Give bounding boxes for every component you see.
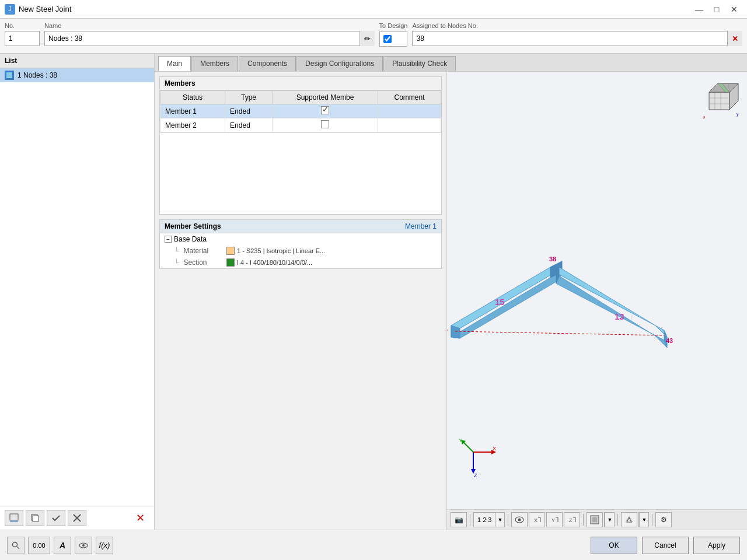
view-3d-button[interactable] [621,512,637,527]
view-zaxis-button[interactable]: Z [564,512,580,527]
assigned-clear-button[interactable]: ✕ [727,31,742,46]
member-comment-1 [378,104,441,118]
member-supported-1[interactable] [272,104,378,118]
svg-point-64 [82,544,85,547]
list-delete-button[interactable]: ✕ [131,510,149,526]
field-assigned: Assigned to Nodes No. ✕ [412,22,742,50]
table-row[interactable]: Member 1 Ended [160,104,441,118]
svg-text:Y: Y [459,438,462,443]
section-color-swatch [226,258,235,267]
field-no: No. [5,22,40,50]
section-value: I 4 - I 400/180/10/14/0/0/... [226,258,437,267]
svg-rect-1 [10,520,18,522]
bottom-right-actions: OK Cancel Apply [591,537,740,554]
col-header-type: Type [225,91,273,104]
tree-child-material: └ Material 1 - S235 | Isotropic | Linear… [160,245,441,257]
nav-cube[interactable]: x y [700,78,741,118]
view-xaxis-button[interactable]: X [529,512,545,527]
list-header: List [0,54,154,68]
name-edit-button[interactable]: ✏ [359,31,375,46]
title-bar-controls: — □ ✕ [691,3,742,16]
svg-text:y: y [736,112,739,117]
name-label: Name [44,22,375,29]
basedata-label: Base Data [174,235,207,243]
table-row[interactable]: Member 2 Ended [160,118,441,132]
tab-members[interactable]: Members [191,56,238,71]
cancel-button[interactable]: Cancel [642,537,689,554]
tool-text-button[interactable]: A [54,537,71,554]
view-separator-5 [652,514,652,526]
member-name-2: Member 2 [160,118,225,132]
view-panel: x y [446,72,747,530]
svg-text:37: 37 [447,328,448,335]
list-panel: List 1 Nodes : 38 [0,54,155,530]
maximize-button[interactable]: □ [708,3,725,16]
svg-marker-19 [451,272,562,338]
view-separator-3 [583,514,584,526]
minimize-button[interactable]: — [691,3,707,16]
tab-content: Members Status Type Supported Membe Comm… [155,72,747,530]
tool-search-button[interactable] [7,537,25,554]
tab-design-configurations[interactable]: Design Configurations [296,56,383,71]
header-row: No. Name ✏ To Design Assigned to Nodes N… [0,19,747,54]
tool-view-button[interactable] [75,537,92,554]
todesign-checkbox[interactable] [383,35,392,43]
assigned-input[interactable] [412,31,742,46]
tab-main[interactable]: Main [158,56,191,71]
numbers-dropdown-arrow[interactable]: ▼ [495,512,504,527]
no-input[interactable] [5,31,40,46]
svg-marker-26 [556,276,667,348]
render-dropdown-arrow[interactable]: ▼ [605,512,614,527]
member-type-2: Ended [225,118,273,132]
svg-text:X: X [534,517,537,523]
list-uncheck-button[interactable] [68,510,86,526]
close-button[interactable]: ✕ [726,3,742,16]
tab-plausibility-check[interactable]: Plausibility Check [383,56,456,71]
work-panel: Main Members Components Design Configura… [155,54,747,530]
bottom-left-tools: 0.00 A f(x) [7,537,113,554]
list-copy-button[interactable] [26,510,44,526]
3d-dropdown-arrow[interactable]: ▼ [639,512,648,527]
list-item-icon-inner [6,72,13,79]
ok-button[interactable]: OK [591,537,637,554]
view-render-button[interactable] [587,512,603,527]
todesign-label: To Design [379,22,408,29]
apply-button[interactable]: Apply [693,537,740,554]
title-bar: J New Steel Joint — □ ✕ [0,0,747,19]
view-yaxis-button[interactable]: Y [546,512,563,527]
view-eye-button[interactable] [511,512,528,527]
content-area: List 1 Nodes : 38 [0,54,747,530]
name-input[interactable] [44,31,375,46]
list-item[interactable]: 1 Nodes : 38 [0,68,154,82]
view-screenshot-button[interactable]: 📷 [451,512,467,527]
list-item-label: 1 Nodes : 38 [18,71,57,79]
svg-line-31 [455,331,664,335]
main-left-panel: Members Status Type Supported Membe Comm… [155,72,446,530]
svg-text:15: 15 [495,297,505,307]
view-numbers-dropdown[interactable]: 1 2 3 ▼ [473,512,505,527]
members-section-title: Members [160,77,441,90]
list-add-button[interactable] [5,510,23,526]
list-check-button[interactable] [47,510,65,526]
view-separator-1 [470,514,470,526]
view-separator-4 [617,514,618,526]
tool-value-button[interactable]: 0.00 [28,537,50,554]
member-settings-section: Member Settings Member 1 − Base Data └ [159,219,442,269]
view-render-dropdown[interactable]: ▼ [604,512,615,527]
svg-marker-58 [592,517,597,522]
list-toolbar: ✕ [0,506,154,530]
members-empty-area [160,132,441,214]
view-settings-button[interactable]: ⚙ [655,512,672,527]
svg-text:38: 38 [549,256,556,262]
svg-text:Y: Y [551,517,555,523]
view-separator-2 [508,514,508,526]
tool-formula-button[interactable]: f(x) [96,537,113,554]
tree-expand-basedata[interactable]: − [165,236,172,243]
member-supported-2[interactable] [272,118,378,132]
tab-components[interactable]: Components [239,56,296,71]
tree-item-basedata[interactable]: − Base Data [160,233,441,245]
svg-marker-25 [556,267,667,337]
svg-text:Z: Z [569,517,573,523]
col-header-comment: Comment [378,91,441,104]
view-3d-dropdown[interactable]: ▼ [638,512,649,527]
